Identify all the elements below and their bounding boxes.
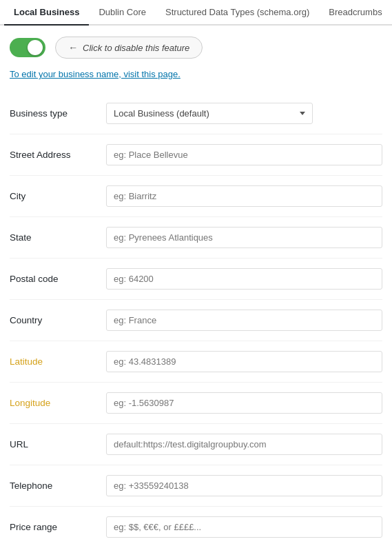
field-label-postal-code: Postal code: [10, 274, 106, 284]
field-row-city: City: [10, 176, 382, 217]
field-input-city[interactable]: [106, 185, 382, 207]
fields-container: Street AddressCityStatePostal codeCountr…: [10, 134, 382, 546]
field-input-street-address[interactable]: [106, 144, 382, 165]
field-row-street-address: Street Address: [10, 134, 382, 176]
field-label-latitude: Latitude: [10, 356, 106, 367]
field-label-price-range: Price range: [10, 522, 106, 532]
toggle-thumb: [28, 40, 43, 55]
field-input-telephone[interactable]: [106, 475, 382, 496]
tab-breadcrumbs[interactable]: Breadcrumbs: [319, 0, 391, 26]
field-label-country: Country: [10, 315, 106, 325]
tabs-nav: Local BusinessDublin CoreStructured Data…: [0, 0, 392, 26]
field-row-price-range: Price range: [10, 507, 382, 546]
feature-toggle[interactable]: [10, 38, 45, 57]
field-label-city: City: [10, 191, 106, 201]
disable-feature-button[interactable]: ← Click to disable this feature: [55, 37, 203, 59]
field-input-country[interactable]: [106, 310, 382, 331]
field-row-postal-code: Postal code: [10, 259, 382, 300]
toggle-track: [10, 38, 45, 57]
field-input-postal-code[interactable]: [106, 268, 382, 290]
field-label-telephone: Telephone: [10, 481, 106, 491]
field-input-url[interactable]: [106, 434, 382, 455]
arrow-left-icon: ←: [68, 42, 78, 53]
toggle-row: ← Click to disable this feature: [10, 37, 382, 59]
tab-dublin-core[interactable]: Dublin Core: [89, 0, 156, 26]
field-row-url: URL: [10, 424, 382, 465]
field-row-country: Country: [10, 300, 382, 341]
tab-local-business[interactable]: Local Business: [4, 0, 89, 26]
field-row-state: State: [10, 217, 382, 259]
field-row-latitude: Latitude: [10, 341, 382, 383]
field-input-longitude[interactable]: [106, 392, 382, 414]
field-input-latitude[interactable]: [106, 351, 382, 372]
business-type-row: Business type Local Business (default)Re…: [10, 93, 382, 134]
field-input-state[interactable]: [106, 227, 382, 248]
business-type-select[interactable]: Local Business (default)RestaurantHotelM…: [106, 103, 313, 124]
disable-button-label: Click to disable this feature: [83, 43, 189, 53]
tab-structured-data-types-schema-org-[interactable]: Structured Data Types (schema.org): [156, 0, 319, 26]
field-label-street-address: Street Address: [10, 150, 106, 160]
field-row-longitude: Longitude: [10, 383, 382, 424]
content-area: ← Click to disable this feature To edit …: [0, 26, 392, 546]
edit-business-name-link[interactable]: To edit your business name, visit this p…: [10, 69, 180, 79]
field-row-telephone: Telephone: [10, 465, 382, 507]
field-label-longitude: Longitude: [10, 398, 106, 408]
field-label-url: URL: [10, 439, 106, 449]
field-input-price-range[interactable]: [106, 516, 382, 538]
field-label-state: State: [10, 232, 106, 243]
business-type-label: Business type: [10, 108, 106, 119]
